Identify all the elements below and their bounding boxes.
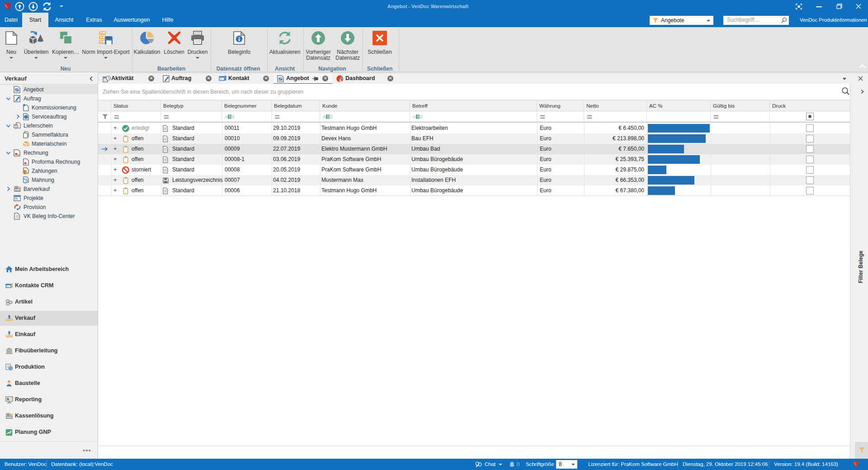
svg-text:C: C	[232, 114, 235, 119]
svg-text:B: B	[327, 114, 330, 119]
svg-text:A: A	[323, 114, 326, 119]
svg-text:B: B	[417, 114, 420, 119]
svg-text:B: B	[229, 114, 231, 119]
svg-text:A: A	[413, 114, 415, 119]
svg-text:A: A	[225, 114, 227, 119]
svg-text:C: C	[330, 114, 333, 119]
svg-text:C: C	[420, 114, 423, 119]
